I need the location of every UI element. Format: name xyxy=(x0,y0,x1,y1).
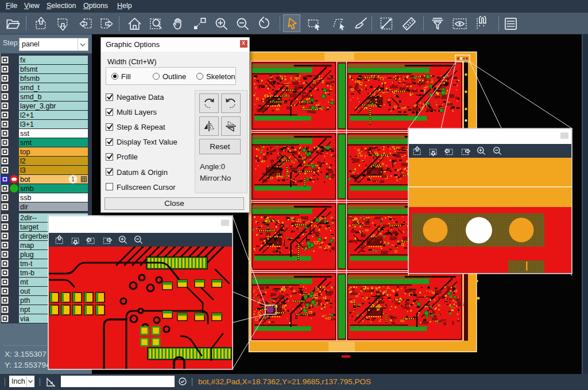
svg-text:sst: sst xyxy=(20,130,30,138)
svg-text:bot: bot xyxy=(20,176,30,184)
svg-text:1: 1 xyxy=(71,176,75,182)
svg-text:l3+1: l3+1 xyxy=(20,120,34,128)
svg-text:bfsmb: bfsmb xyxy=(20,75,40,83)
svg-text:top: top xyxy=(20,148,30,156)
svg-text:l2: l2 xyxy=(20,157,26,165)
svg-text:layer_3.gbr: layer_3.gbr xyxy=(20,102,56,110)
svg-text:map: map xyxy=(20,241,34,249)
svg-text:npt: npt xyxy=(20,306,30,314)
svg-text:2dir--: 2dir-- xyxy=(20,214,37,222)
svg-text:via: via xyxy=(20,315,29,323)
svg-text:fx: fx xyxy=(20,56,26,64)
svg-text:bfsmt: bfsmt xyxy=(20,65,38,73)
svg-text:dirgerber: dirgerber xyxy=(20,232,49,240)
svg-text:smd_b: smd_b xyxy=(20,93,42,101)
svg-text:ssb: ssb xyxy=(20,194,32,202)
svg-text:tm-b: tm-b xyxy=(20,269,34,277)
svg-text:l2+1: l2+1 xyxy=(20,111,34,119)
svg-text:pth: pth xyxy=(20,297,30,305)
svg-text:l3: l3 xyxy=(20,166,26,174)
svg-text:dir: dir xyxy=(20,203,28,211)
svg-text:mt: mt xyxy=(20,278,28,286)
svg-text:smb: smb xyxy=(20,185,34,193)
svg-text:target: target xyxy=(20,223,38,231)
svg-text:tm-t: tm-t xyxy=(20,260,33,268)
svg-text:smd_t: smd_t xyxy=(20,84,40,92)
svg-text:out: out xyxy=(20,287,30,295)
svg-text:plug: plug xyxy=(20,251,34,259)
svg-text:smt: smt xyxy=(20,139,32,147)
